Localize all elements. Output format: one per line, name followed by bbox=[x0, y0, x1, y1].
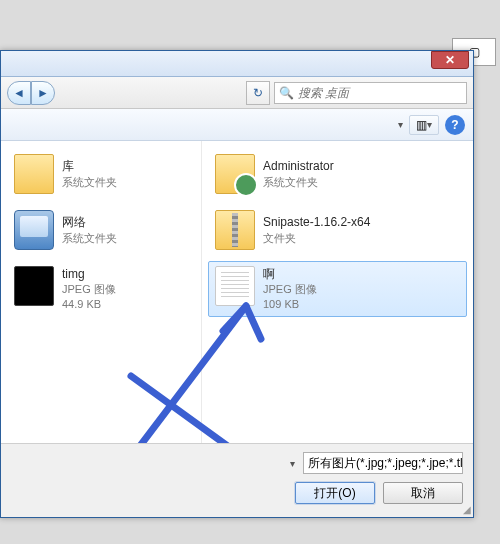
back-icon: ◄ bbox=[13, 86, 25, 100]
toolbar-dropdown-icon[interactable]: ▾ bbox=[398, 119, 403, 130]
list-item[interactable]: Administrator 系统文件夹 bbox=[208, 149, 467, 199]
list-item-selected[interactable]: 啊 JPEG 图像 109 KB bbox=[208, 261, 467, 317]
nav-forward-button[interactable]: ► bbox=[31, 81, 55, 105]
list-item[interactable]: timg JPEG 图像 44.9 KB bbox=[7, 261, 195, 317]
item-size: 44.9 KB bbox=[62, 297, 116, 312]
nav-back-button[interactable]: ◄ bbox=[7, 81, 31, 105]
item-meta: Snipaste-1.16.2-x64 文件夹 bbox=[263, 210, 370, 250]
chevron-down-icon: ▾ bbox=[427, 119, 432, 130]
user-folder-icon bbox=[215, 154, 255, 194]
folder-icon bbox=[14, 154, 54, 194]
refresh-icon: ↻ bbox=[253, 86, 263, 100]
close-icon: ✕ bbox=[445, 53, 455, 67]
item-type: JPEG 图像 bbox=[263, 282, 317, 297]
search-box[interactable]: 🔍 bbox=[274, 82, 467, 104]
breadcrumb-bar: ◄ ► ↻ 🔍 bbox=[1, 77, 473, 109]
forward-icon: ► bbox=[37, 86, 49, 100]
resize-grip-icon[interactable]: ◢ bbox=[463, 504, 471, 515]
filter-label: 所有图片(*.jpg;*.jpeg;*.jpe;*.tl bbox=[308, 455, 463, 472]
item-sub: 系统文件夹 bbox=[263, 175, 334, 190]
item-name: 啊 bbox=[263, 266, 317, 282]
item-meta: 网络 系统文件夹 bbox=[62, 210, 117, 250]
file-type-filter[interactable]: 所有图片(*.jpg;*.jpeg;*.jpe;*.tl ▾ bbox=[303, 452, 463, 474]
item-sub: 文件夹 bbox=[263, 231, 370, 246]
item-name: 库 bbox=[62, 158, 117, 174]
image-thumb-icon bbox=[14, 266, 54, 306]
item-name: timg bbox=[62, 266, 116, 282]
toolbar: ▾ ▥ ▾ ? bbox=[1, 109, 473, 141]
item-meta: Administrator 系统文件夹 bbox=[263, 154, 334, 194]
item-meta: timg JPEG 图像 44.9 KB bbox=[62, 266, 116, 312]
search-icon: 🔍 bbox=[279, 86, 294, 100]
list-item[interactable]: 库 系统文件夹 bbox=[7, 149, 195, 199]
nav-arrows: ◄ ► bbox=[7, 81, 55, 105]
refresh-button[interactable]: ↻ bbox=[246, 81, 270, 105]
item-name: Snipaste-1.16.2-x64 bbox=[263, 214, 370, 230]
dialog-footer: ▾ 所有图片(*.jpg;*.jpeg;*.jpe;*.tl ▾ 打开(O) 取… bbox=[1, 443, 473, 517]
cancel-button[interactable]: 取消 bbox=[383, 482, 463, 504]
zip-folder-icon bbox=[215, 210, 255, 250]
close-button[interactable]: ✕ bbox=[431, 51, 469, 69]
item-sub: 系统文件夹 bbox=[62, 175, 117, 190]
item-sub: 系统文件夹 bbox=[62, 231, 117, 246]
item-meta: 啊 JPEG 图像 109 KB bbox=[263, 266, 317, 312]
network-icon bbox=[14, 210, 54, 250]
help-icon: ? bbox=[451, 118, 458, 132]
right-column: Administrator 系统文件夹 Snipaste-1.16.2-x64 … bbox=[201, 141, 473, 443]
file-list-area: 库 系统文件夹 网络 系统文件夹 timg JPEG 图像 44.9 KB bbox=[1, 141, 473, 443]
item-name: 网络 bbox=[62, 214, 117, 230]
file-open-dialog: ✕ ◄ ► ↻ 🔍 ▾ ▥ ▾ ? bbox=[0, 50, 474, 518]
search-input[interactable] bbox=[298, 86, 462, 100]
open-button[interactable]: 打开(O) bbox=[295, 482, 375, 504]
titlebar: ✕ bbox=[1, 51, 473, 77]
view-mode-button[interactable]: ▥ ▾ bbox=[409, 115, 439, 135]
list-item[interactable]: 网络 系统文件夹 bbox=[7, 205, 195, 255]
help-button[interactable]: ? bbox=[445, 115, 465, 135]
document-thumb-icon bbox=[215, 266, 255, 306]
list-item[interactable]: Snipaste-1.16.2-x64 文件夹 bbox=[208, 205, 467, 255]
left-column: 库 系统文件夹 网络 系统文件夹 timg JPEG 图像 44.9 KB bbox=[1, 141, 201, 443]
item-meta: 库 系统文件夹 bbox=[62, 154, 117, 194]
item-type: JPEG 图像 bbox=[62, 282, 116, 297]
view-grid-icon: ▥ bbox=[416, 118, 427, 132]
filename-dropdown-icon[interactable]: ▾ bbox=[290, 458, 295, 469]
item-size: 109 KB bbox=[263, 297, 317, 312]
item-name: Administrator bbox=[263, 158, 334, 174]
